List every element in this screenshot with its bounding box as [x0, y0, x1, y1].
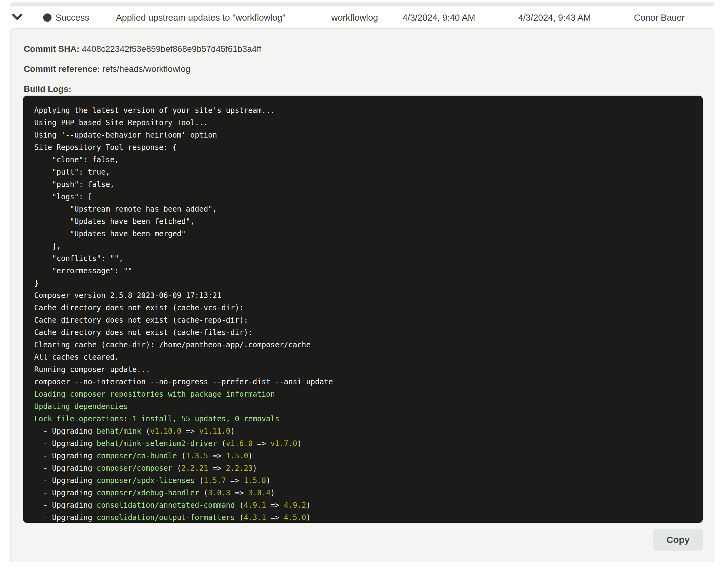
build-logs-label: Build Logs: — [24, 84, 71, 94]
log-line: Loading composer repositories with packa… — [34, 388, 697, 400]
log-line: "logs": [ — [34, 191, 697, 203]
log-line: All caches cleared. — [34, 351, 697, 363]
log-line: Composer version 2.5.8 2023-06-09 17:13:… — [34, 289, 697, 302]
copy-button[interactable]: Copy — [653, 529, 703, 551]
build-log-terminal[interactable]: Applying the latest version of your site… — [23, 96, 703, 523]
log-line: - Upgrading composer/ca-bundle (1.3.5 =>… — [34, 450, 697, 462]
log-line: Applying the latest version of your site… — [34, 104, 697, 116]
commit-sha-value: 4408c22342f53e859bef868e9b57d45f61b3a4ff — [82, 44, 261, 54]
log-line: Running composer update... — [34, 363, 697, 376]
log-line: Updating dependencies — [34, 400, 697, 413]
log-line: - Upgrading composer/xdebug-handler (3.0… — [34, 487, 697, 499]
log-line: "Upstream remote has been added", — [34, 203, 697, 215]
log-line: Cache directory does not exist (cache-fi… — [34, 326, 697, 339]
workflow-details-panel: Commit SHA: 4408c22342f53e859bef868e9b57… — [10, 28, 714, 562]
log-line: composer --no-interaction --no-progress … — [34, 376, 697, 388]
log-line: - Upgrading behat/mink (v1.10.0 => v1.11… — [34, 425, 697, 438]
workflow-start-time: 4/3/2024, 9:40 AM — [403, 12, 475, 22]
log-line: "push": false, — [34, 178, 697, 191]
commit-reference-row: Commit reference: refs/heads/workflowlog — [24, 64, 190, 74]
workflow-row-header[interactable]: Success Applied upstream updates to "wor… — [0, 6, 728, 28]
log-line: "clone": false, — [34, 154, 697, 166]
log-line: - Upgrading behat/mink-selenium2-driver … — [34, 438, 697, 450]
log-line: Using PHP-based Site Repository Tool... — [34, 116, 697, 129]
log-line: Clearing cache (cache-dir): /home/panthe… — [34, 339, 697, 351]
log-line: "pull": true, — [34, 166, 697, 178]
log-line: - Upgrading consolidation/output-formatt… — [34, 511, 697, 523]
log-line: Site Repository Tool response: { — [34, 141, 697, 154]
workflow-branch: workflowlog — [331, 12, 378, 22]
log-line: "Updates have been merged" — [34, 228, 697, 240]
chevron-down-icon — [12, 13, 23, 22]
workflow-title: Applied upstream updates to "workflowlog… — [116, 12, 285, 22]
log-line: "errormessage": "" — [34, 265, 697, 277]
log-line: ], — [34, 240, 697, 252]
commit-reference-label: Commit reference: — [24, 64, 100, 74]
status-dot-icon — [43, 13, 51, 22]
workflow-status: Success — [43, 12, 89, 22]
log-line: Cache directory does not exist (cache-re… — [34, 314, 697, 326]
log-line: - Upgrading composer/composer (2.2.21 =>… — [34, 462, 697, 474]
log-line: } — [34, 277, 697, 289]
log-line: Lock file operations: 1 install, 55 upda… — [34, 413, 697, 425]
log-line: "Updates have been fetched", — [34, 215, 697, 228]
log-line: - Upgrading composer/spdx-licenses (1.5.… — [34, 474, 697, 487]
status-label: Success — [55, 12, 89, 22]
log-line: "conflicts": "", — [34, 252, 697, 265]
log-line: Using '--update-behavior heirloom' optio… — [34, 129, 697, 141]
workflow-end-time: 4/3/2024, 9:43 AM — [518, 12, 591, 22]
commit-reference-value: refs/heads/workflowlog — [102, 64, 190, 74]
workflow-log-page: Success Applied upstream updates to "wor… — [0, 0, 728, 570]
log-line: Cache directory does not exist (cache-vc… — [34, 302, 697, 314]
row-divider-strip — [10, 2, 714, 6]
commit-sha-label: Commit SHA: — [24, 44, 79, 54]
workflow-author: Conor Bauer — [634, 12, 685, 22]
collapse-chevron-button[interactable] — [12, 12, 25, 23]
log-line: - Upgrading consolidation/annotated-comm… — [34, 499, 697, 511]
commit-sha-row: Commit SHA: 4408c22342f53e859bef868e9b57… — [24, 44, 261, 54]
